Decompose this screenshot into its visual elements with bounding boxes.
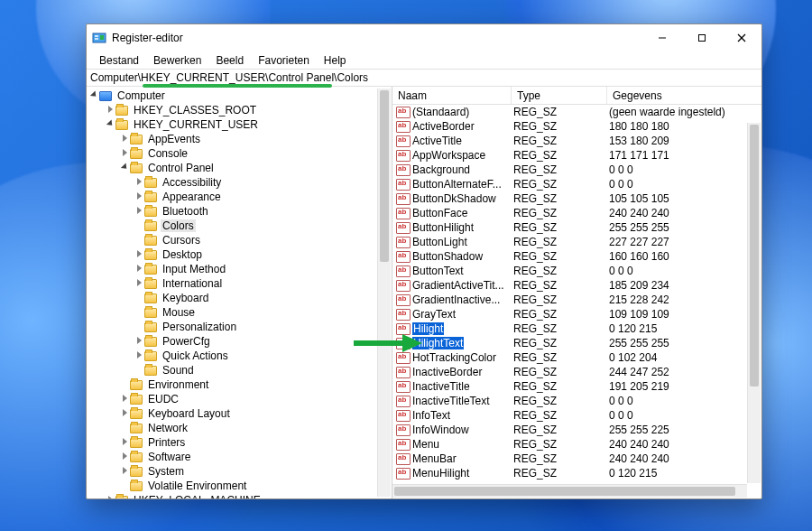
value-row[interactable]: abMenuBarREG_SZ240 240 240 — [392, 452, 747, 466]
twisty-collapsed-icon[interactable] — [105, 106, 115, 115]
value-row[interactable]: abActiveBorderREG_SZ180 180 180 — [392, 119, 747, 134]
twisty-collapsed-icon[interactable] — [119, 135, 130, 144]
value-row[interactable]: abInactiveTitleREG_SZ191 205 219 — [392, 379, 747, 394]
value-row[interactable]: abInactiveBorderREG_SZ244 247 252 — [392, 365, 747, 379]
tree-item[interactable]: Printers — [87, 435, 392, 450]
tree-item[interactable]: Appearance — [87, 190, 392, 204]
maximize-button[interactable] — [682, 24, 722, 51]
value-row[interactable]: abHilightTextREG_SZ255 255 255 — [392, 336, 747, 350]
value-row[interactable]: abAppWorkspaceREG_SZ171 171 171 — [392, 148, 747, 163]
twisty-collapsed-icon[interactable] — [105, 496, 115, 498]
tree-item[interactable]: Cursors — [87, 233, 392, 247]
tree-item[interactable]: Console — [87, 146, 392, 161]
value-row[interactable]: abButtonLightREG_SZ227 227 227 — [392, 235, 747, 249]
twisty-collapsed-icon[interactable] — [134, 192, 144, 201]
value-type: REG_SZ — [513, 351, 609, 364]
menu-beeld[interactable]: Beeld — [208, 52, 251, 69]
minimize-button[interactable] — [642, 24, 682, 51]
twisty-collapsed-icon[interactable] — [134, 207, 144, 216]
tree-item[interactable]: Keyboard Layout — [87, 406, 392, 421]
twisty-collapsed-icon[interactable] — [134, 250, 144, 259]
menu-help[interactable]: Help — [317, 52, 354, 69]
twisty-collapsed-icon[interactable] — [134, 351, 144, 360]
value-data: 244 247 252 — [609, 366, 747, 378]
tree-item[interactable]: Accessibility — [87, 175, 392, 190]
value-row[interactable]: abInactiveTitleTextREG_SZ0 0 0 — [392, 394, 747, 408]
tree-item[interactable]: EUDC — [87, 392, 392, 406]
value-row[interactable]: abBackgroundREG_SZ0 0 0 — [392, 163, 747, 177]
twisty-collapsed-icon[interactable] — [119, 149, 130, 158]
tree-item[interactable]: HKEY_LOCAL_MACHINE — [87, 493, 392, 498]
value-row[interactable]: abHotTrackingColorREG_SZ0 102 204 — [392, 350, 747, 365]
value-row[interactable]: abButtonAlternateF...REG_SZ0 0 0 — [392, 177, 747, 191]
value-name: HilightText — [412, 337, 513, 349]
value-row[interactable]: abButtonTextREG_SZ0 0 0 — [392, 264, 747, 278]
twisty-collapsed-icon[interactable] — [119, 438, 130, 447]
close-button[interactable] — [722, 24, 761, 51]
value-row[interactable]: abGradientInactive...REG_SZ215 228 242 — [392, 293, 747, 307]
value-row[interactable]: abButtonDkShadowREG_SZ105 105 105 — [392, 191, 747, 206]
tree-item[interactable]: Network — [87, 421, 392, 435]
address-bar[interactable]: Computer\HKEY_CURRENT_USER\Control Panel… — [87, 69, 761, 87]
tree-item[interactable]: Colors — [87, 219, 392, 233]
twisty-collapsed-icon[interactable] — [134, 337, 144, 346]
twisty-collapsed-icon[interactable] — [119, 467, 130, 476]
titlebar[interactable]: Register-editor — [87, 24, 761, 51]
value-type: REG_SZ — [513, 380, 609, 393]
tree-item[interactable]: Personalization — [87, 320, 392, 334]
menu-bewerken[interactable]: Bewerken — [146, 52, 208, 69]
tree-item[interactable]: Control Panel — [87, 161, 392, 175]
tree-item[interactable]: HKEY_CURRENT_USER — [87, 117, 392, 132]
twisty-expanded-icon[interactable] — [105, 120, 115, 129]
list-header[interactable]: Naam Type Gegevens — [392, 87, 761, 105]
tree-item[interactable]: Desktop — [87, 247, 392, 262]
twisty-collapsed-icon[interactable] — [134, 178, 144, 187]
list-hscrollbar[interactable] — [392, 484, 747, 498]
col-gegevens[interactable]: Gegevens — [607, 87, 761, 104]
tree-item[interactable]: Bluetooth — [87, 204, 392, 219]
value-row[interactable]: abButtonFaceREG_SZ240 240 240 — [392, 206, 747, 220]
tree-item[interactable]: International — [87, 276, 392, 291]
twisty-collapsed-icon[interactable] — [134, 265, 144, 274]
value-row[interactable]: abActiveTitleREG_SZ153 180 209 — [392, 134, 747, 148]
value-row[interactable]: abGrayTextREG_SZ109 109 109 — [392, 307, 747, 321]
value-row[interactable]: abMenuREG_SZ240 240 240 — [392, 437, 747, 452]
list-vscrollbar[interactable] — [747, 123, 761, 483]
value-row[interactable]: abGradientActiveTit...REG_SZ185 209 234 — [392, 278, 747, 293]
value-row[interactable]: abMenuHilightREG_SZ0 120 215 — [392, 466, 747, 480]
twisty-collapsed-icon[interactable] — [134, 279, 144, 288]
tree-item[interactable]: Sound — [87, 363, 392, 377]
value-row[interactable]: abButtonHilightREG_SZ255 255 255 — [392, 220, 747, 235]
col-naam[interactable]: Naam — [392, 87, 512, 104]
twisty-expanded-icon[interactable] — [119, 163, 130, 172]
value-row[interactable]: abButtonShadowREG_SZ160 160 160 — [392, 249, 747, 264]
tree-item[interactable]: PowerCfg — [87, 334, 392, 349]
value-row[interactable]: abInfoTextREG_SZ0 0 0 — [392, 408, 747, 423]
twisty-collapsed-icon[interactable] — [119, 409, 130, 418]
tree-pane[interactable]: ComputerHKEY_CLASSES_ROOTHKEY_CURRENT_US… — [87, 87, 392, 498]
tree-item[interactable]: Environment — [87, 377, 392, 392]
tree-item[interactable]: HKEY_CLASSES_ROOT — [87, 103, 392, 117]
values-pane[interactable]: Naam Type Gegevens ab(Standaard)REG_SZ(g… — [392, 87, 761, 498]
value-data: 105 105 105 — [609, 192, 747, 205]
value-row[interactable]: abHilightREG_SZ0 120 215 — [392, 321, 747, 336]
string-value-icon: ab — [396, 150, 411, 162]
tree-item[interactable]: Software — [87, 450, 392, 464]
tree-item[interactable]: Quick Actions — [87, 349, 392, 363]
tree-item[interactable]: AppEvents — [87, 132, 392, 146]
tree-item[interactable]: Keyboard — [87, 291, 392, 305]
value-row[interactable]: abInfoWindowREG_SZ255 255 225 — [392, 423, 747, 437]
value-name: Hilight — [412, 322, 513, 335]
tree-item[interactable]: System — [87, 464, 392, 479]
twisty-collapsed-icon[interactable] — [119, 395, 130, 404]
tree-item[interactable]: Volatile Environment — [87, 479, 392, 493]
tree-item[interactable]: Input Method — [87, 262, 392, 276]
col-type[interactable]: Type — [512, 87, 607, 104]
tree-scrollbar[interactable] — [377, 88, 391, 497]
twisty-collapsed-icon[interactable] — [119, 452, 130, 461]
menu-bestand[interactable]: Bestand — [92, 52, 146, 69]
tree-root[interactable]: Computer — [87, 88, 392, 103]
value-row[interactable]: ab(Standaard)REG_SZ(geen waarde ingestel… — [392, 105, 747, 119]
menu-favorieten[interactable]: Favorieten — [251, 52, 317, 69]
tree-item[interactable]: Mouse — [87, 305, 392, 320]
